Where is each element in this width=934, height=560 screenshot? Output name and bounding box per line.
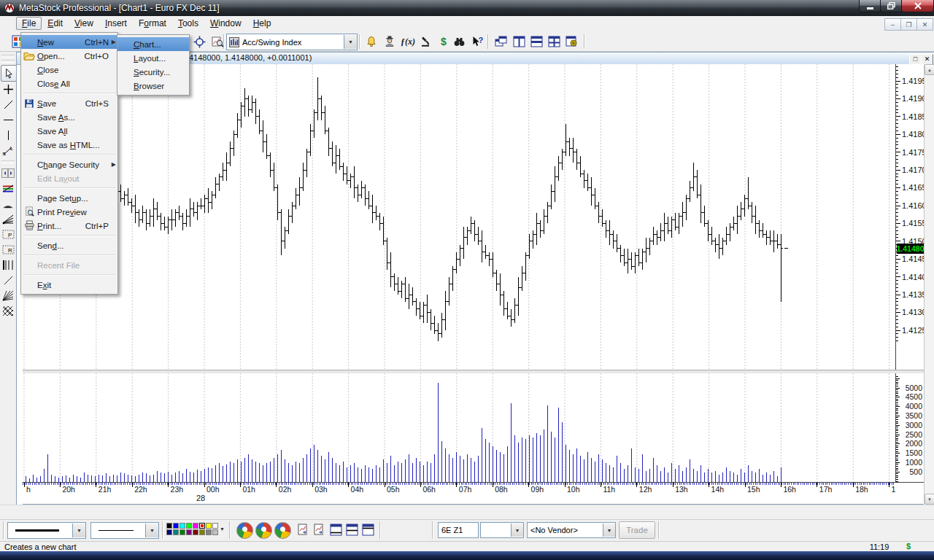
thin-line-tool[interactable] xyxy=(1,273,15,288)
tile-grid-icon[interactable] xyxy=(546,34,562,50)
restore-button[interactable] xyxy=(880,0,903,12)
tile-vertical-icon[interactable] xyxy=(511,34,527,50)
color-swatch[interactable] xyxy=(180,529,185,535)
chart-close-button[interactable]: ✕ xyxy=(921,54,933,65)
menu-item-print[interactable]: Print...Ctrl+P xyxy=(21,219,117,233)
chart-maximize-button[interactable]: □ xyxy=(909,54,922,65)
volume-axis[interactable]: 500045004000350030002500200015001000500 xyxy=(895,373,925,482)
menu-window[interactable]: Window xyxy=(204,18,247,29)
time-zones-tool[interactable] xyxy=(1,257,15,273)
context-help-icon[interactable]: ? xyxy=(469,34,485,50)
taskbar[interactable]: MS xyxy=(0,551,934,560)
tile-horizontal-icon[interactable] xyxy=(528,34,544,50)
color-swatch[interactable] xyxy=(173,529,179,535)
period-dropdown-arrow-icon[interactable]: ▼ xyxy=(511,524,523,537)
menu-item-save-as-html[interactable]: Save as HTML... xyxy=(21,138,117,152)
color-swatch[interactable] xyxy=(193,529,198,535)
gann-fan-tool[interactable] xyxy=(1,288,15,303)
indicator-dropdown[interactable]: Acc/Swing Index ▼ xyxy=(226,34,358,50)
expert-advisor-icon[interactable] xyxy=(382,34,398,50)
crosshair-tool[interactable] xyxy=(1,82,15,97)
menu-item-exit[interactable]: Exit xyxy=(21,278,117,292)
color-swatch[interactable] xyxy=(173,523,179,529)
menu-edit[interactable]: Edit xyxy=(42,18,69,29)
line-weight-arrow-icon[interactable]: ▼ xyxy=(145,524,158,537)
palette-arrow-icon[interactable]: ▼ xyxy=(220,526,225,532)
scroll-down-icon[interactable]: ▼ xyxy=(925,494,934,505)
color-swatch[interactable] xyxy=(166,529,172,535)
color-swatch[interactable] xyxy=(212,529,218,535)
explorer-icon[interactable] xyxy=(417,34,433,50)
color-swatch[interactable] xyxy=(186,529,192,535)
split-window-bottom-icon[interactable] xyxy=(328,522,344,537)
menu-format[interactable]: Format xyxy=(133,18,172,29)
expert-symbol-icon-1[interactable] xyxy=(236,522,253,539)
sl-line-tool[interactable]: SL xyxy=(1,143,15,158)
color-swatch[interactable] xyxy=(206,529,212,535)
print-chart-icon-2[interactable] xyxy=(311,522,326,537)
color-swatch[interactable] xyxy=(193,523,198,529)
gann-grid-tool[interactable] xyxy=(1,303,15,319)
split-window-middle-icon[interactable] xyxy=(344,522,360,537)
menu-help[interactable]: Help xyxy=(247,18,277,29)
submenu-item-security[interactable]: Security... xyxy=(117,65,189,79)
menu-insert[interactable]: Insert xyxy=(99,18,133,29)
vertical-scrollbar[interactable]: ▲ ▼ xyxy=(924,64,934,504)
alert-bell-icon[interactable] xyxy=(363,34,379,50)
price-pane[interactable] xyxy=(23,64,895,370)
function-fx-icon[interactable]: ƒ(x) xyxy=(400,34,416,50)
vendor-dropdown-arrow-icon[interactable]: ▼ xyxy=(603,524,615,537)
submenu-item-chart[interactable]: Chart... xyxy=(117,37,189,51)
horizontal-line-tool[interactable] xyxy=(1,112,15,128)
scroll-up-icon[interactable]: ▲ xyxy=(925,64,934,75)
indicator-dropdown-arrow-icon[interactable]: ▼ xyxy=(344,35,357,49)
color-swatch[interactable] xyxy=(186,523,192,529)
trade-button[interactable]: Trade xyxy=(619,521,655,539)
menu-item-edit-layout[interactable]: Edit Layout xyxy=(21,171,117,185)
color-swatch[interactable] xyxy=(180,523,185,529)
downloader-dollar-icon[interactable]: $ xyxy=(436,34,452,50)
vendor-dropdown[interactable]: <No Vendor> ▼ xyxy=(527,522,616,538)
menu-item-page-setup[interactable]: Page Setup... xyxy=(21,191,117,205)
arcs-tool[interactable] xyxy=(1,196,15,211)
submenu-item-layout[interactable]: Layout... xyxy=(117,51,189,65)
split-window-top-icon[interactable] xyxy=(360,522,376,537)
line-style-arrow-icon[interactable]: ▼ xyxy=(72,524,85,537)
minimize-button[interactable] xyxy=(859,0,881,12)
projection-tool[interactable]: P xyxy=(1,227,15,242)
binoculars-icon[interactable] xyxy=(451,34,467,50)
line-weight-dropdown[interactable]: ▼ xyxy=(90,522,159,539)
expert-symbol-icon-2[interactable] xyxy=(255,522,272,539)
price-axis[interactable]: 1.41951.41901.41851.41801.41751.41701.41… xyxy=(895,64,925,370)
volume-pane[interactable] xyxy=(23,373,895,482)
mdi-minimize-button[interactable]: – xyxy=(884,18,901,31)
retracement-tool[interactable]: R xyxy=(1,242,15,257)
mdi-close-button[interactable]: ✕ xyxy=(916,18,933,31)
menu-view[interactable]: View xyxy=(69,18,99,29)
menu-item-save-all[interactable]: Save All xyxy=(21,124,117,138)
equis-lines-tool[interactable] xyxy=(1,181,15,196)
layout-options-icon[interactable] xyxy=(563,34,579,50)
color-swatch[interactable] xyxy=(199,529,205,535)
color-swatch[interactable] xyxy=(212,523,218,529)
print-chart-icon-1[interactable] xyxy=(295,522,310,537)
menu-item-close[interactable]: Close xyxy=(21,63,117,77)
line-style-dropdown[interactable]: ▼ xyxy=(7,522,86,539)
menu-item-close-all[interactable]: Close All xyxy=(21,77,117,90)
cascade-windows-icon[interactable] xyxy=(493,34,509,50)
menu-file[interactable]: File xyxy=(16,17,42,30)
menu-item-save[interactable]: SaveCtrl+S xyxy=(21,96,117,110)
symbol-input[interactable]: 6E Z1 xyxy=(438,522,479,538)
menu-item-save-as[interactable]: Save As... xyxy=(21,110,117,124)
menu-item-print-preview[interactable]: Print Preview xyxy=(21,205,117,219)
menu-item-new[interactable]: NewCtrl+N▶ xyxy=(21,35,117,49)
color-swatch[interactable] xyxy=(206,523,212,529)
menu-item-change-security[interactable]: Change Security▶ xyxy=(21,158,117,171)
menu-item-recent-file[interactable]: Recent File xyxy=(21,258,117,272)
crosshair-pointer-icon[interactable] xyxy=(191,34,207,50)
menu-item-open[interactable]: Open...Ctrl+O xyxy=(21,49,117,63)
expert-symbol-icon-3[interactable] xyxy=(274,522,291,539)
close-button[interactable] xyxy=(901,0,934,12)
color-swatch[interactable] xyxy=(166,523,172,529)
trendline-tool[interactable] xyxy=(1,97,15,112)
